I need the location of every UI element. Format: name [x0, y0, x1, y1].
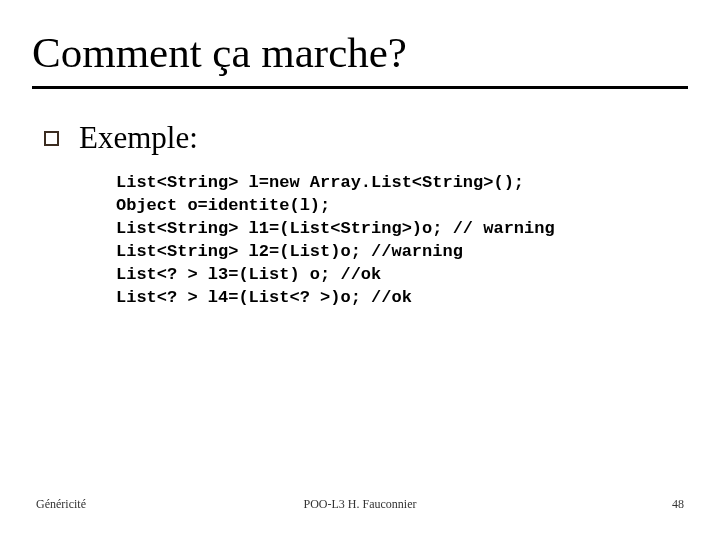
code-line: List<String> l2=(List)o; //warning: [116, 242, 463, 261]
slide-title: Comment ça marche?: [32, 28, 407, 77]
title-underline: [32, 86, 688, 89]
code-line: List<? > l4=(List<? >)o; //ok: [116, 288, 412, 307]
code-line: List<? > l3=(List) o; //ok: [116, 265, 381, 284]
slide: Comment ça marche? Exemple: List<String>…: [0, 0, 720, 540]
code-line: List<String> l=new Array.List<String>();: [116, 173, 524, 192]
footer-center: POO-L3 H. Fauconnier: [0, 497, 720, 512]
square-bullet-icon: [44, 131, 59, 146]
code-line: List<String> l1=(List<String>)o; // warn…: [116, 219, 555, 238]
footer-page-number: 48: [672, 497, 684, 512]
bullet-row: Exemple:: [44, 120, 198, 156]
code-block: List<String> l=new Array.List<String>();…: [116, 172, 555, 310]
code-line: Object o=identite(l);: [116, 196, 330, 215]
bullet-text: Exemple:: [79, 120, 198, 156]
